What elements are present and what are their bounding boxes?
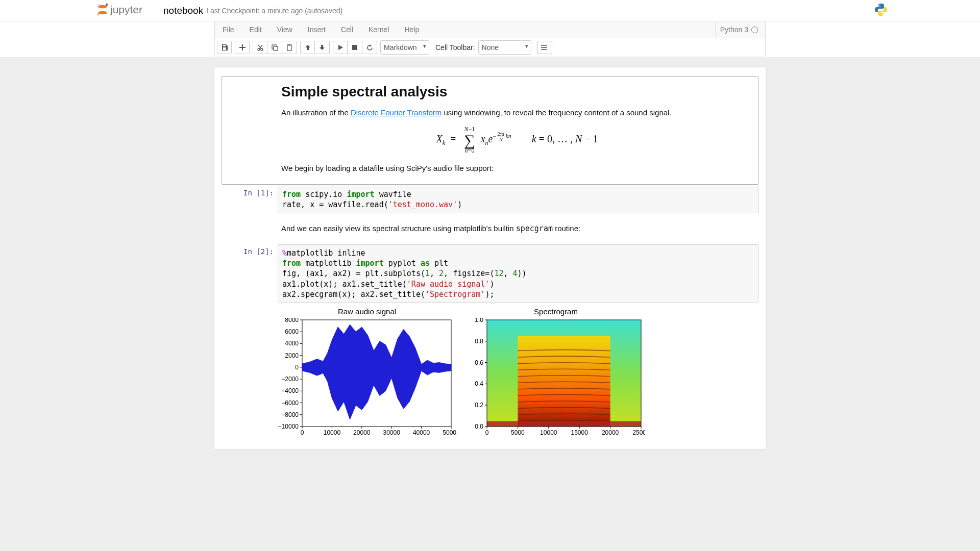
svg-text:4000: 4000 [285, 340, 299, 347]
kernel-indicator: Python 3 [716, 22, 764, 37]
markdown-cell-1[interactable]: Simple spectral analysis An illustration… [222, 76, 758, 185]
svg-text:30000: 30000 [383, 429, 401, 436]
svg-text:−2000: −2000 [281, 375, 299, 383]
save-button[interactable] [217, 41, 232, 54]
svg-text:0: 0 [485, 429, 489, 436]
plot-spectrogram: Spectrogram 0.00.20.40.60.81.00500010000… [467, 307, 645, 438]
svg-text:5000: 5000 [511, 429, 525, 436]
notebook-scroll-area[interactable]: Simple spectral analysis An illustration… [0, 57, 980, 551]
jupyter-logo[interactable]: jupyter [97, 3, 157, 18]
kernel-name[interactable]: Python 3 [720, 26, 748, 34]
svg-text:0.8: 0.8 [475, 338, 483, 345]
svg-text:25000: 25000 [632, 429, 645, 436]
page-title: Simple spectral analysis [281, 84, 753, 100]
svg-text:−10000: −10000 [278, 423, 299, 430]
md-paragraph: We begin by loading a datafile using Sci… [281, 163, 753, 174]
plus-icon [239, 44, 246, 51]
menu-insert[interactable]: Insert [300, 21, 333, 38]
stop-icon [352, 45, 357, 50]
md-paragraph: And we can easily view its spectral stru… [281, 223, 753, 235]
menu-view[interactable]: View [270, 21, 300, 38]
checkpoint-status: Last Checkpoint: a minute ago (autosaved… [206, 7, 342, 15]
heatmap-chart: 0.00.20.40.60.81.00500010000150002000025… [467, 318, 645, 438]
svg-point-3 [106, 4, 108, 6]
arrow-up-icon [305, 44, 311, 51]
cell-output: Raw audio signal −10000−8000−6000−4000−2… [278, 303, 758, 438]
md-paragraph: An illustration of the Discrete Fourier … [281, 107, 753, 118]
copy-button[interactable] [267, 41, 282, 54]
dft-link[interactable]: Discrete Fourier Transform [351, 108, 442, 117]
plot-raw-audio: Raw audio signal −10000−8000−6000−4000−2… [278, 307, 456, 438]
markdown-cell-2[interactable]: And we can easily view its spectral stru… [222, 214, 758, 243]
markdown-content: Simple spectral analysis An illustration… [278, 77, 758, 184]
svg-text:0.6: 0.6 [475, 359, 483, 366]
menu-edit[interactable]: Edit [242, 21, 270, 38]
svg-text:15000: 15000 [571, 429, 589, 436]
add-cell-button[interactable] [235, 41, 250, 54]
command-palette-icon [541, 44, 548, 51]
kernel-idle-icon [751, 27, 758, 33]
cell-prompt-empty [222, 77, 278, 184]
toolbar: Markdown Cell Toolbar: None [215, 38, 765, 57]
svg-text:10000: 10000 [324, 429, 341, 436]
menu-help[interactable]: Help [397, 21, 427, 38]
svg-text:0.4: 0.4 [475, 380, 483, 387]
code-input[interactable]: from scipy.io import wavfile rate, x = w… [278, 186, 758, 214]
paste-button[interactable] [282, 41, 297, 54]
svg-point-16 [541, 47, 542, 48]
move-down-button[interactable] [315, 41, 330, 54]
python-logo-icon [874, 3, 888, 18]
cell-toolbar-label: Cell Toolbar: [435, 43, 475, 52]
interrupt-button[interactable] [348, 41, 362, 54]
line-chart: −10000−8000−6000−4000−200002000400060008… [278, 318, 456, 438]
plot-title: Spectrogram [467, 307, 645, 316]
svg-point-2 [97, 14, 99, 15]
cell-toolbar-select[interactable]: None [478, 40, 531, 55]
command-palette-button[interactable] [537, 41, 552, 54]
svg-text:0: 0 [301, 429, 304, 436]
cell-prompt-empty [222, 215, 278, 243]
refresh-icon [366, 44, 373, 51]
svg-text:0: 0 [295, 364, 299, 371]
svg-text:−4000: −4000 [281, 387, 299, 394]
svg-text:2000: 2000 [285, 352, 299, 359]
menu-cell[interactable]: Cell [333, 21, 361, 38]
cell-toolbar-select-wrap: None [478, 40, 531, 55]
svg-text:40000: 40000 [413, 429, 430, 436]
input-prompt: In [1]: [222, 186, 278, 214]
scissors-icon [257, 44, 264, 51]
notebook-name[interactable]: notebook [163, 5, 203, 16]
markdown-content: And we can easily view its spectral stru… [278, 215, 758, 243]
move-up-button[interactable] [300, 41, 315, 54]
paste-icon [286, 44, 293, 51]
run-button[interactable] [333, 41, 348, 54]
menu-file[interactable]: File [215, 21, 242, 38]
svg-text:10000: 10000 [540, 429, 557, 436]
cell-type-select[interactable]: Markdown [380, 40, 429, 55]
svg-text:8000: 8000 [285, 318, 299, 323]
svg-rect-11 [274, 46, 278, 51]
svg-point-17 [541, 49, 542, 50]
equation-dft: Xk = N−1∑n=0 xne−2πiNkn k = 0, … , N − 1 [281, 126, 753, 155]
code-input[interactable]: %matplotlib inline from matplotlib impor… [278, 244, 758, 303]
cut-button[interactable] [253, 41, 267, 54]
code-cell-1[interactable]: In [1]: from scipy.io import wavfile rat… [222, 186, 758, 214]
save-icon [221, 44, 228, 51]
svg-point-6 [879, 5, 880, 6]
svg-point-7 [883, 14, 884, 15]
inline-code: specgram [516, 224, 553, 233]
svg-text:20000: 20000 [353, 429, 371, 436]
svg-point-1 [98, 11, 107, 14]
svg-rect-14 [352, 45, 357, 50]
svg-text:1.0: 1.0 [475, 318, 483, 323]
svg-point-0 [98, 5, 107, 8]
svg-text:0.2: 0.2 [475, 402, 483, 409]
svg-rect-54 [487, 421, 641, 427]
menu-kernel[interactable]: Kernel [361, 21, 397, 38]
svg-text:50000: 50000 [443, 429, 456, 436]
menu-list: File Edit View Insert Cell Kernel Help [215, 21, 427, 38]
restart-button[interactable] [362, 41, 377, 54]
code-cell-2[interactable]: In [2]: %matplotlib inline from matplotl… [222, 244, 758, 438]
cell-type-select-wrap: Markdown [380, 40, 429, 55]
svg-text:6000: 6000 [285, 328, 299, 335]
